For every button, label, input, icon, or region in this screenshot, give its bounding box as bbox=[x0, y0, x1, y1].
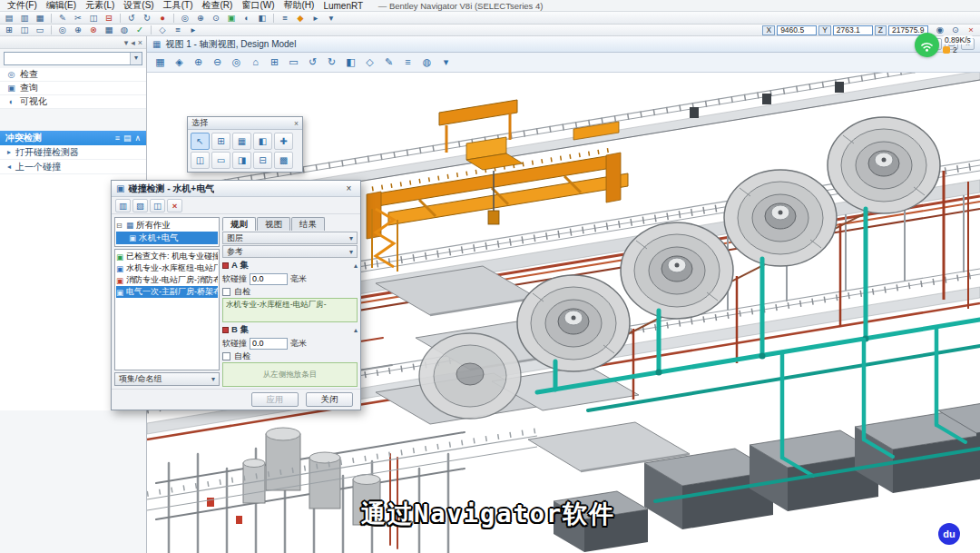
rotate-right-icon[interactable]: ↻ bbox=[323, 54, 340, 70]
menu-review[interactable]: 检查(R) bbox=[197, 0, 237, 12]
play-icon[interactable]: ▸ bbox=[186, 25, 201, 35]
view-icon[interactable]: ◎ bbox=[178, 13, 192, 24]
view-cube-icon[interactable]: ◈ bbox=[171, 54, 188, 70]
menu-window[interactable]: 窗口(W) bbox=[237, 0, 279, 12]
tab-results[interactable]: 结果 bbox=[291, 217, 325, 231]
pattern-select-icon[interactable]: ▩ bbox=[274, 152, 293, 169]
rotate-left-icon[interactable]: ↺ bbox=[304, 54, 321, 70]
grid-select-icon[interactable]: ▦ bbox=[232, 133, 251, 150]
element-select-icon[interactable]: ◇ bbox=[155, 25, 170, 35]
set-b-header[interactable]: B 集 ▴ bbox=[222, 324, 358, 336]
set-a-tolerance-input[interactable] bbox=[250, 273, 288, 285]
set-b-tolerance-input[interactable] bbox=[250, 338, 288, 350]
grid-display-icon[interactable]: ▦ bbox=[102, 25, 116, 35]
copy-select-icon[interactable]: ◫ bbox=[191, 152, 210, 169]
apply-button[interactable]: 应用 bbox=[251, 392, 299, 407]
fit-view-icon[interactable]: ◎ bbox=[228, 54, 245, 70]
file-list-item[interactable]: ▣ 水机专业-水库枢纽-电站厂房- bbox=[116, 262, 218, 274]
close-button[interactable]: 关闭 bbox=[306, 392, 353, 407]
element-icon[interactable]: ◆ bbox=[293, 13, 308, 24]
select-tool-palette[interactable]: 选择 × ↖ ⊞ ▦ ◧ ✚ ◫ ▭ ◨ ⊟ ▩ bbox=[187, 116, 303, 173]
dialog-close-button[interactable]: × bbox=[342, 183, 356, 194]
panel-item-visualization[interactable]: ◐ 可视化 bbox=[0, 95, 146, 109]
tree-job-item[interactable]: ▣ 水机+电气 bbox=[116, 232, 218, 244]
chevron-down-icon[interactable]: ▾ bbox=[130, 53, 142, 64]
task-combo-box[interactable]: ▾ bbox=[4, 52, 142, 65]
rect-select-icon[interactable]: ▭ bbox=[33, 25, 47, 35]
tab-rules[interactable]: 规则 bbox=[222, 217, 256, 231]
open-clash-detector-item[interactable]: ▸ 打开碰撞检测器 bbox=[0, 145, 146, 160]
window-icon[interactable]: ⊞ bbox=[2, 25, 16, 35]
panel-item-query[interactable]: ▣ 查询 bbox=[0, 82, 146, 95]
select-arrow-icon[interactable]: ↖ bbox=[191, 133, 210, 150]
dropdown-icon[interactable]: ▾ bbox=[324, 13, 338, 24]
list-view-icon[interactable]: ▤ bbox=[123, 133, 132, 143]
forward-icon[interactable]: ▸ bbox=[309, 13, 323, 24]
subtract-select-icon[interactable]: ◨ bbox=[232, 152, 251, 169]
fence-icon[interactable]: ⊞ bbox=[211, 133, 230, 150]
panel-pin-icon[interactable]: ◂ bbox=[131, 38, 135, 47]
save-icon[interactable]: ▥ bbox=[17, 13, 32, 24]
edit-icon[interactable]: ✎ bbox=[55, 13, 70, 24]
panel-icon[interactable]: ◧ bbox=[255, 13, 270, 24]
file-list-item[interactable]: ▣ 消防专业-电站厂房-消防布置- bbox=[116, 274, 218, 286]
markup-icon[interactable]: ✎ bbox=[380, 54, 397, 70]
record-icon[interactable]: ● bbox=[155, 13, 170, 24]
home-view-icon[interactable]: ⌂ bbox=[247, 54, 264, 70]
menu-help[interactable]: 帮助(H) bbox=[279, 0, 318, 12]
tree-expand-icon[interactable]: ⊟ bbox=[116, 222, 123, 230]
checkbox-icon[interactable] bbox=[222, 288, 230, 296]
check-icon[interactable]: ✓ bbox=[132, 25, 147, 35]
add-select-icon[interactable]: ✚ bbox=[274, 133, 293, 150]
shade-icon[interactable]: ◐ bbox=[240, 13, 254, 24]
dialog-titlebar[interactable]: ▣ 碰撞检测 - 水机+电气 × bbox=[112, 181, 360, 197]
copy-icon[interactable]: ◫ bbox=[86, 13, 101, 24]
set-a-selfcheck-row[interactable]: 自检 bbox=[222, 286, 358, 298]
menu-icon[interactable]: ≡ bbox=[115, 133, 120, 143]
clip-volume-icon[interactable]: ◧ bbox=[342, 54, 359, 70]
zoom-in-icon[interactable]: ⊕ bbox=[71, 25, 85, 35]
layers-category-bar[interactable]: 图层 ▾ bbox=[222, 232, 358, 244]
zoom-in-icon[interactable]: ⊕ bbox=[190, 54, 207, 70]
open-file-icon[interactable]: ▤ bbox=[2, 13, 16, 24]
cut-icon[interactable]: ✂ bbox=[71, 13, 85, 24]
redo-icon[interactable]: ↻ bbox=[140, 13, 154, 24]
viewport-titlebar[interactable]: ▦ 视图 1 - 轴测视图, Design Model − ▭ × bbox=[147, 36, 980, 53]
save-job-icon[interactable]: ▥ bbox=[115, 199, 131, 212]
file-list-item-selected[interactable]: ▣ 电气一次-主副厂房-桥架布置 bbox=[116, 286, 218, 298]
panel-item-review[interactable]: ◎ 检查 bbox=[0, 68, 146, 82]
more-options-icon[interactable]: ▾ bbox=[437, 54, 455, 70]
panel-collapse-icon[interactable]: ▾ bbox=[124, 38, 129, 47]
clash-detection-dialog[interactable]: ▣ 碰撞检测 - 水机+电气 × ▥ ▧ ◫ × ⊟ ▦ 所有作业 ▣ bbox=[111, 180, 361, 410]
zoom-icon[interactable]: ⊕ bbox=[193, 13, 208, 24]
menu-settings[interactable]: 设置(S) bbox=[119, 0, 158, 12]
render-icon[interactable]: ◍ bbox=[117, 25, 132, 35]
remove-select-icon[interactable]: ⊟ bbox=[253, 152, 272, 169]
view-menu-icon[interactable]: ≡ bbox=[399, 54, 416, 70]
set-a-drop-area[interactable]: 水机专业-水库枢纽-电站厂房- bbox=[222, 298, 358, 322]
delete-job-icon[interactable]: × bbox=[167, 199, 182, 212]
zoom-out-icon[interactable]: ⊖ bbox=[209, 54, 226, 70]
view-prev-icon[interactable]: ◎ bbox=[55, 25, 70, 35]
display-style-icon[interactable]: ◍ bbox=[418, 54, 436, 70]
menu-lumenrt[interactable]: LumenRT bbox=[318, 1, 368, 11]
set-a-header[interactable]: A 集 ▴ bbox=[222, 260, 358, 272]
menu-element[interactable]: 元素(L) bbox=[81, 0, 119, 12]
network-monitor-overlay[interactable]: 0.89K/s 2 bbox=[915, 33, 973, 57]
collapse-icon[interactable]: ∧ bbox=[134, 133, 141, 143]
clash-icon[interactable]: ⊗ bbox=[86, 25, 101, 35]
tab-views[interactable]: 视图 bbox=[257, 217, 290, 231]
window-area-icon[interactable]: ⊞ bbox=[266, 54, 283, 70]
menu-file[interactable]: 文件(F) bbox=[3, 0, 42, 12]
view-attributes-icon[interactable]: ▦ bbox=[152, 54, 169, 70]
set-b-selfcheck-row[interactable]: 自检 bbox=[222, 351, 358, 362]
menu-edit[interactable]: 编辑(E) bbox=[42, 0, 81, 12]
coord-y-value[interactable]: 2763.1 bbox=[833, 25, 873, 35]
line-select-icon[interactable]: ▭ bbox=[211, 152, 230, 169]
set-b-drop-area[interactable]: 从左侧拖放条目 bbox=[222, 362, 358, 387]
copy-view-icon[interactable]: ◫ bbox=[17, 25, 32, 35]
clash-detection-section-header[interactable]: 冲突检测 ≡ ▤ ∧ bbox=[0, 131, 146, 145]
palette-close-icon[interactable]: × bbox=[294, 119, 299, 128]
item-set-dropdown[interactable]: 项集/命名组 ▾ bbox=[114, 372, 220, 386]
list-tool-icon[interactable]: ≡ bbox=[171, 25, 185, 35]
